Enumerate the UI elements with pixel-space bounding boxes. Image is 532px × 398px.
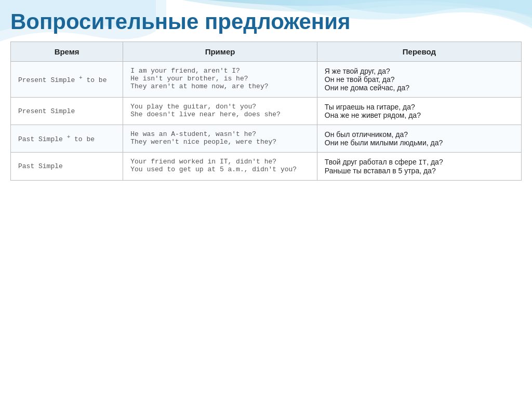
example-cell-3: He was an A-student, wasn't he? They wer… bbox=[123, 125, 317, 153]
translation-cell-4: Твой друг работал в сфере IT, да? Раньше… bbox=[317, 153, 521, 181]
main-content: Время Пример Перевод Present Simple + to… bbox=[0, 42, 532, 186]
time-cell-2: Present Simple bbox=[11, 98, 123, 125]
it-code: IT bbox=[419, 159, 427, 167]
translation-cell-1: Я же твой друг, да? Он не твой брат, да?… bbox=[317, 62, 521, 98]
time-cell-1: Present Simple + to be bbox=[11, 62, 123, 98]
time-cell-4: Past Simple bbox=[11, 153, 123, 181]
header-example: Пример bbox=[123, 42, 317, 62]
translation-cell-2: Ты играешь на гитаре, да? Она же не живе… bbox=[317, 98, 521, 125]
header-time: Время bbox=[11, 42, 123, 62]
example-cell-1: I am your friend, aren't I? He isn't you… bbox=[123, 62, 317, 98]
example-cell-2: You play the guitar, don't you? She does… bbox=[123, 98, 317, 125]
grammar-table: Время Пример Перевод Present Simple + to… bbox=[10, 42, 522, 181]
translation-cell-3: Он был отличником, да? Они не были милым… bbox=[317, 125, 521, 153]
table-row: Present Simple + to be I am your friend,… bbox=[11, 62, 522, 98]
table-header-row: Время Пример Перевод bbox=[11, 42, 522, 62]
header-translation: Перевод bbox=[317, 42, 521, 62]
table-row: Present Simple You play the guitar, don'… bbox=[11, 98, 522, 125]
table-row: Past Simple + to be He was an A-student,… bbox=[11, 125, 522, 153]
page-title: Вопросительные предложения bbox=[0, 0, 532, 42]
time-cell-3: Past Simple + to be bbox=[11, 125, 123, 153]
example-cell-4: Your friend worked in IT, didn't he? You… bbox=[123, 153, 317, 181]
table-row: Past Simple Your friend worked in IT, di… bbox=[11, 153, 522, 181]
